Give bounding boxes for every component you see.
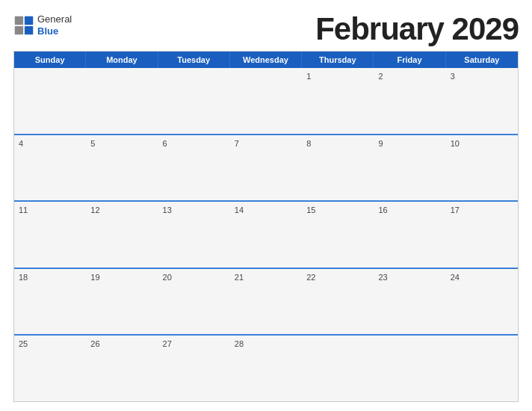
svg-rect-0 — [15, 16, 23, 24]
day-cell-4-3: 28 — [230, 336, 302, 401]
header-thursday: Thursday — [302, 52, 374, 68]
logo-icon — [13, 15, 34, 36]
day-number: 10 — [451, 139, 460, 148]
header-wednesday: Wednesday — [230, 52, 302, 68]
day-cell-2-5: 16 — [374, 202, 445, 268]
day-cell-1-3: 7 — [230, 135, 302, 201]
day-cell-2-1: 12 — [86, 202, 158, 268]
day-cell-0-0 — [14, 68, 86, 134]
day-number: 24 — [451, 273, 460, 282]
day-cell-4-4 — [302, 336, 374, 401]
header-monday: Monday — [86, 52, 158, 68]
day-number: 26 — [90, 339, 99, 348]
week-row-3: 11121314151617 — [14, 200, 518, 268]
day-cell-4-1: 26 — [86, 336, 158, 401]
day-number: 11 — [19, 206, 28, 214]
day-cell-0-5: 2 — [374, 68, 445, 134]
day-cell-0-6: 3 — [446, 68, 518, 134]
day-number: 15 — [306, 206, 315, 214]
day-number: 27 — [163, 339, 172, 348]
calendar: Sunday Monday Tuesday Wednesday Thursday… — [13, 51, 519, 402]
day-cell-3-6: 24 — [446, 269, 518, 335]
day-number: 21 — [235, 273, 244, 282]
day-cell-2-0: 11 — [14, 202, 86, 268]
day-cell-3-3: 21 — [230, 269, 302, 335]
calendar-page: General Blue February 2029 Sunday Monday… — [0, 0, 532, 411]
day-cell-3-1: 19 — [86, 269, 158, 335]
logo-blue: Blue — [37, 25, 72, 37]
day-cell-0-4: 1 — [302, 68, 374, 134]
header-saturday: Saturday — [446, 52, 518, 68]
day-number: 25 — [19, 339, 28, 348]
day-cell-2-2: 13 — [158, 202, 230, 268]
day-number: 23 — [378, 273, 387, 282]
day-number: 7 — [235, 139, 239, 148]
day-number: 3 — [451, 72, 455, 81]
week-row-4: 18192021222324 — [14, 268, 518, 335]
header-sunday: Sunday — [14, 52, 86, 68]
day-number: 13 — [163, 206, 172, 214]
logo: General Blue — [13, 13, 72, 37]
day-cell-1-0: 4 — [14, 135, 86, 201]
day-cell-4-0: 25 — [14, 336, 86, 401]
day-cell-4-6 — [446, 336, 518, 401]
day-cell-3-4: 22 — [302, 269, 374, 335]
day-number: 5 — [90, 139, 95, 148]
day-cell-2-4: 15 — [302, 202, 374, 268]
day-headers: Sunday Monday Tuesday Wednesday Thursday… — [14, 52, 518, 68]
day-cell-3-5: 23 — [374, 269, 445, 335]
day-number: 28 — [235, 339, 244, 348]
week-row-2: 45678910 — [14, 134, 518, 201]
svg-rect-3 — [25, 25, 33, 34]
day-number: 20 — [163, 273, 172, 282]
day-number: 18 — [19, 273, 28, 282]
day-number: 17 — [451, 206, 460, 214]
day-number: 1 — [306, 72, 311, 81]
svg-rect-1 — [25, 16, 33, 24]
svg-rect-2 — [15, 25, 23, 34]
day-cell-1-5: 9 — [374, 135, 445, 201]
day-number: 22 — [306, 273, 315, 282]
day-cell-0-2 — [158, 68, 230, 134]
day-number: 19 — [90, 273, 99, 282]
header: General Blue February 2029 — [13, 13, 519, 45]
day-cell-3-2: 20 — [158, 269, 230, 335]
logo-text: General Blue — [37, 13, 72, 37]
header-friday: Friday — [374, 52, 445, 68]
day-number: 16 — [378, 206, 387, 214]
day-number: 2 — [378, 72, 383, 81]
day-number: 9 — [378, 139, 383, 148]
day-cell-1-6: 10 — [446, 135, 518, 201]
day-number: 14 — [235, 206, 244, 214]
day-cell-4-5 — [374, 336, 445, 401]
day-cell-1-2: 6 — [158, 135, 230, 201]
day-number: 8 — [306, 139, 311, 148]
day-number: 4 — [19, 139, 23, 148]
week-row-1: 123 — [14, 68, 518, 134]
day-cell-0-3 — [230, 68, 302, 134]
day-cell-1-1: 5 — [86, 135, 158, 201]
logo-general: General — [37, 13, 72, 25]
month-title: February 2029 — [315, 13, 519, 45]
day-cell-1-4: 8 — [302, 135, 374, 201]
day-number: 6 — [163, 139, 167, 148]
day-cell-2-3: 14 — [230, 202, 302, 268]
day-cell-3-0: 18 — [14, 269, 86, 335]
day-number: 12 — [90, 206, 99, 214]
header-tuesday: Tuesday — [158, 52, 230, 68]
week-row-5: 25262728 — [14, 334, 518, 401]
weeks: 1234567891011121314151617181920212223242… — [14, 68, 518, 401]
day-cell-2-6: 17 — [446, 202, 518, 268]
day-cell-4-2: 27 — [158, 336, 230, 401]
day-cell-0-1 — [86, 68, 158, 134]
